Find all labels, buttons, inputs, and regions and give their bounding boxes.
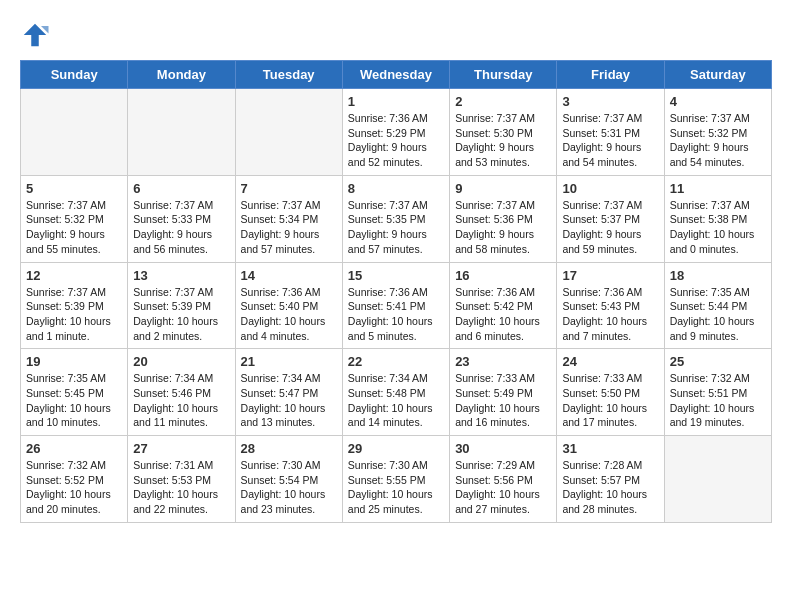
- day-info: Sunrise: 7:37 AM Sunset: 5:39 PM Dayligh…: [133, 285, 229, 344]
- weekday-header-cell: Friday: [557, 61, 664, 89]
- day-number: 22: [348, 354, 444, 369]
- day-number: 3: [562, 94, 658, 109]
- calendar-day-cell: 30Sunrise: 7:29 AM Sunset: 5:56 PM Dayli…: [450, 436, 557, 523]
- calendar-day-cell: 10Sunrise: 7:37 AM Sunset: 5:37 PM Dayli…: [557, 175, 664, 262]
- day-number: 4: [670, 94, 766, 109]
- calendar-day-cell: 15Sunrise: 7:36 AM Sunset: 5:41 PM Dayli…: [342, 262, 449, 349]
- day-info: Sunrise: 7:36 AM Sunset: 5:29 PM Dayligh…: [348, 111, 444, 170]
- day-number: 12: [26, 268, 122, 283]
- calendar-day-cell: 18Sunrise: 7:35 AM Sunset: 5:44 PM Dayli…: [664, 262, 771, 349]
- calendar-day-cell: 1Sunrise: 7:36 AM Sunset: 5:29 PM Daylig…: [342, 89, 449, 176]
- calendar-day-cell: 2Sunrise: 7:37 AM Sunset: 5:30 PM Daylig…: [450, 89, 557, 176]
- day-number: 2: [455, 94, 551, 109]
- weekday-header-cell: Sunday: [21, 61, 128, 89]
- day-info: Sunrise: 7:37 AM Sunset: 5:32 PM Dayligh…: [26, 198, 122, 257]
- calendar-day-cell: 23Sunrise: 7:33 AM Sunset: 5:49 PM Dayli…: [450, 349, 557, 436]
- logo: [20, 20, 54, 50]
- page-header: [20, 20, 772, 50]
- day-info: Sunrise: 7:32 AM Sunset: 5:51 PM Dayligh…: [670, 371, 766, 430]
- calendar-day-cell: 24Sunrise: 7:33 AM Sunset: 5:50 PM Dayli…: [557, 349, 664, 436]
- day-number: 21: [241, 354, 337, 369]
- calendar-day-cell: 31Sunrise: 7:28 AM Sunset: 5:57 PM Dayli…: [557, 436, 664, 523]
- calendar-day-cell: 11Sunrise: 7:37 AM Sunset: 5:38 PM Dayli…: [664, 175, 771, 262]
- logo-icon: [20, 20, 50, 50]
- day-number: 1: [348, 94, 444, 109]
- calendar-day-cell: 14Sunrise: 7:36 AM Sunset: 5:40 PM Dayli…: [235, 262, 342, 349]
- calendar-day-cell: [664, 436, 771, 523]
- day-info: Sunrise: 7:35 AM Sunset: 5:44 PM Dayligh…: [670, 285, 766, 344]
- calendar-day-cell: 13Sunrise: 7:37 AM Sunset: 5:39 PM Dayli…: [128, 262, 235, 349]
- day-number: 29: [348, 441, 444, 456]
- day-info: Sunrise: 7:30 AM Sunset: 5:54 PM Dayligh…: [241, 458, 337, 517]
- calendar-week-row: 12Sunrise: 7:37 AM Sunset: 5:39 PM Dayli…: [21, 262, 772, 349]
- day-info: Sunrise: 7:37 AM Sunset: 5:31 PM Dayligh…: [562, 111, 658, 170]
- day-info: Sunrise: 7:29 AM Sunset: 5:56 PM Dayligh…: [455, 458, 551, 517]
- day-number: 16: [455, 268, 551, 283]
- day-number: 11: [670, 181, 766, 196]
- calendar-day-cell: 12Sunrise: 7:37 AM Sunset: 5:39 PM Dayli…: [21, 262, 128, 349]
- calendar-day-cell: [128, 89, 235, 176]
- day-info: Sunrise: 7:37 AM Sunset: 5:34 PM Dayligh…: [241, 198, 337, 257]
- day-number: 27: [133, 441, 229, 456]
- day-number: 7: [241, 181, 337, 196]
- calendar-day-cell: 25Sunrise: 7:32 AM Sunset: 5:51 PM Dayli…: [664, 349, 771, 436]
- weekday-header-row: SundayMondayTuesdayWednesdayThursdayFrid…: [21, 61, 772, 89]
- calendar-day-cell: 7Sunrise: 7:37 AM Sunset: 5:34 PM Daylig…: [235, 175, 342, 262]
- day-info: Sunrise: 7:33 AM Sunset: 5:50 PM Dayligh…: [562, 371, 658, 430]
- day-info: Sunrise: 7:36 AM Sunset: 5:42 PM Dayligh…: [455, 285, 551, 344]
- day-number: 20: [133, 354, 229, 369]
- day-info: Sunrise: 7:34 AM Sunset: 5:47 PM Dayligh…: [241, 371, 337, 430]
- day-info: Sunrise: 7:37 AM Sunset: 5:33 PM Dayligh…: [133, 198, 229, 257]
- calendar-day-cell: 28Sunrise: 7:30 AM Sunset: 5:54 PM Dayli…: [235, 436, 342, 523]
- calendar-day-cell: [21, 89, 128, 176]
- day-number: 18: [670, 268, 766, 283]
- day-info: Sunrise: 7:37 AM Sunset: 5:35 PM Dayligh…: [348, 198, 444, 257]
- day-number: 10: [562, 181, 658, 196]
- day-info: Sunrise: 7:37 AM Sunset: 5:37 PM Dayligh…: [562, 198, 658, 257]
- calendar-week-row: 19Sunrise: 7:35 AM Sunset: 5:45 PM Dayli…: [21, 349, 772, 436]
- calendar-table: SundayMondayTuesdayWednesdayThursdayFrid…: [20, 60, 772, 523]
- day-number: 23: [455, 354, 551, 369]
- day-number: 17: [562, 268, 658, 283]
- calendar-day-cell: 22Sunrise: 7:34 AM Sunset: 5:48 PM Dayli…: [342, 349, 449, 436]
- day-info: Sunrise: 7:32 AM Sunset: 5:52 PM Dayligh…: [26, 458, 122, 517]
- calendar-day-cell: 8Sunrise: 7:37 AM Sunset: 5:35 PM Daylig…: [342, 175, 449, 262]
- day-info: Sunrise: 7:36 AM Sunset: 5:40 PM Dayligh…: [241, 285, 337, 344]
- day-number: 14: [241, 268, 337, 283]
- day-info: Sunrise: 7:37 AM Sunset: 5:36 PM Dayligh…: [455, 198, 551, 257]
- calendar-day-cell: 21Sunrise: 7:34 AM Sunset: 5:47 PM Dayli…: [235, 349, 342, 436]
- day-info: Sunrise: 7:36 AM Sunset: 5:41 PM Dayligh…: [348, 285, 444, 344]
- day-info: Sunrise: 7:37 AM Sunset: 5:38 PM Dayligh…: [670, 198, 766, 257]
- day-info: Sunrise: 7:37 AM Sunset: 5:30 PM Dayligh…: [455, 111, 551, 170]
- day-number: 26: [26, 441, 122, 456]
- day-info: Sunrise: 7:34 AM Sunset: 5:48 PM Dayligh…: [348, 371, 444, 430]
- day-number: 5: [26, 181, 122, 196]
- weekday-header-cell: Monday: [128, 61, 235, 89]
- day-info: Sunrise: 7:31 AM Sunset: 5:53 PM Dayligh…: [133, 458, 229, 517]
- calendar-week-row: 26Sunrise: 7:32 AM Sunset: 5:52 PM Dayli…: [21, 436, 772, 523]
- day-number: 9: [455, 181, 551, 196]
- day-number: 15: [348, 268, 444, 283]
- day-info: Sunrise: 7:30 AM Sunset: 5:55 PM Dayligh…: [348, 458, 444, 517]
- calendar-day-cell: 9Sunrise: 7:37 AM Sunset: 5:36 PM Daylig…: [450, 175, 557, 262]
- day-info: Sunrise: 7:35 AM Sunset: 5:45 PM Dayligh…: [26, 371, 122, 430]
- calendar-day-cell: 4Sunrise: 7:37 AM Sunset: 5:32 PM Daylig…: [664, 89, 771, 176]
- calendar-day-cell: 20Sunrise: 7:34 AM Sunset: 5:46 PM Dayli…: [128, 349, 235, 436]
- weekday-header-cell: Tuesday: [235, 61, 342, 89]
- calendar-week-row: 5Sunrise: 7:37 AM Sunset: 5:32 PM Daylig…: [21, 175, 772, 262]
- calendar-day-cell: 6Sunrise: 7:37 AM Sunset: 5:33 PM Daylig…: [128, 175, 235, 262]
- day-number: 30: [455, 441, 551, 456]
- day-number: 8: [348, 181, 444, 196]
- weekday-header-cell: Wednesday: [342, 61, 449, 89]
- weekday-header-cell: Saturday: [664, 61, 771, 89]
- day-info: Sunrise: 7:28 AM Sunset: 5:57 PM Dayligh…: [562, 458, 658, 517]
- day-number: 24: [562, 354, 658, 369]
- day-number: 6: [133, 181, 229, 196]
- calendar-week-row: 1Sunrise: 7:36 AM Sunset: 5:29 PM Daylig…: [21, 89, 772, 176]
- calendar-day-cell: 29Sunrise: 7:30 AM Sunset: 5:55 PM Dayli…: [342, 436, 449, 523]
- weekday-header-cell: Thursday: [450, 61, 557, 89]
- day-info: Sunrise: 7:34 AM Sunset: 5:46 PM Dayligh…: [133, 371, 229, 430]
- day-info: Sunrise: 7:33 AM Sunset: 5:49 PM Dayligh…: [455, 371, 551, 430]
- day-info: Sunrise: 7:37 AM Sunset: 5:39 PM Dayligh…: [26, 285, 122, 344]
- day-number: 31: [562, 441, 658, 456]
